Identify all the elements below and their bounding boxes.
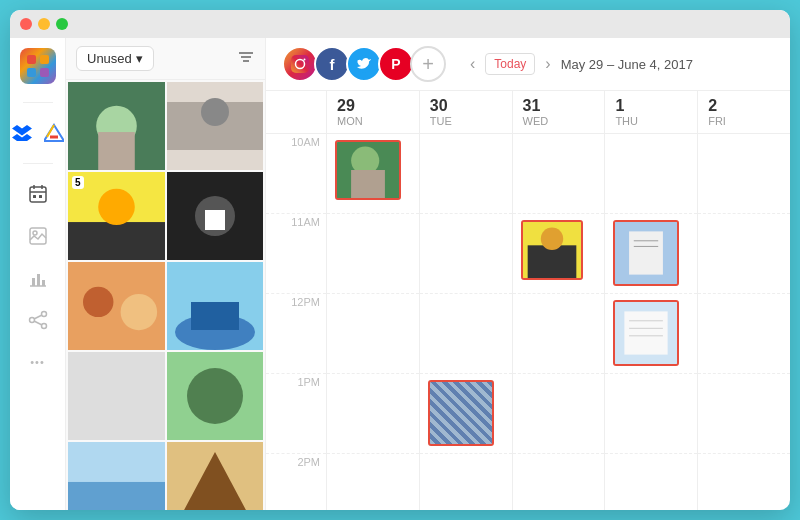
day-cell[interactable] (605, 294, 697, 374)
app-logo (20, 48, 56, 84)
unused-dropdown[interactable]: Unused ▾ (76, 46, 154, 71)
media-thumb[interactable]: 5 (68, 172, 165, 260)
app-window: ••• Unused ▾ (10, 10, 790, 510)
day-cell[interactable] (513, 134, 605, 214)
day-cell[interactable] (327, 294, 419, 374)
day-cell[interactable] (327, 134, 419, 214)
day-cell[interactable] (605, 454, 697, 510)
minimize-button[interactable] (38, 18, 50, 30)
media-thumb[interactable] (68, 442, 165, 510)
calendar-header: f P + ‹ Today › May 29 – June 4, 2017 (266, 38, 790, 91)
calendar-event[interactable] (613, 220, 679, 286)
calendar-nav-icon[interactable] (26, 182, 50, 206)
svg-line-25 (34, 321, 42, 325)
dropdown-arrow-icon: ▾ (136, 51, 143, 66)
time-10am: 10AM (266, 134, 326, 214)
media-thumb[interactable] (167, 262, 264, 350)
media-thumb[interactable] (167, 352, 264, 440)
dropdown-label: Unused (87, 51, 132, 66)
day-cell[interactable] (420, 214, 512, 294)
svg-point-23 (41, 324, 46, 329)
svg-rect-2 (27, 68, 36, 77)
media-thumb[interactable] (167, 82, 264, 170)
time-header (266, 91, 326, 133)
day-cell[interactable] (513, 374, 605, 454)
media-toolbar: Unused ▾ (66, 38, 265, 80)
day-cell[interactable] (698, 214, 790, 294)
time-1pm: 1PM (266, 374, 326, 454)
svg-rect-9 (30, 187, 46, 202)
day-cell[interactable] (698, 374, 790, 454)
svg-point-21 (29, 318, 34, 323)
date-range: May 29 – June 4, 2017 (561, 57, 693, 72)
media-thumb[interactable] (68, 352, 165, 440)
calendar-body: 10AM 11AM 12PM 1PM 2PM 3PM (266, 134, 790, 510)
dropbox-icon[interactable] (10, 121, 34, 145)
today-button[interactable]: Today (485, 53, 535, 75)
svg-marker-6 (44, 125, 64, 141)
svg-rect-20 (42, 280, 45, 286)
time-slots: 10AM 11AM 12PM 1PM 2PM 3PM (266, 134, 326, 510)
day-cell[interactable] (605, 374, 697, 454)
day-cell[interactable] (698, 134, 790, 214)
pinterest-avatar[interactable]: P (378, 46, 414, 82)
close-button[interactable] (20, 18, 32, 30)
calendar-event[interactable] (521, 220, 583, 280)
day-cell[interactable] (327, 454, 419, 510)
svg-rect-14 (39, 195, 42, 198)
day-header-fri: 2 FRI (697, 91, 790, 133)
svg-rect-19 (37, 274, 40, 286)
calendar-event[interactable] (613, 300, 679, 366)
day-header-mon: 29 MON (326, 91, 419, 133)
day-cell[interactable] (420, 454, 512, 510)
twitter-avatar[interactable] (346, 46, 382, 82)
image-nav-icon[interactable] (26, 224, 50, 248)
next-week-button[interactable]: › (541, 53, 554, 75)
svg-point-31 (304, 59, 306, 61)
day-column-fri (697, 134, 790, 510)
day-header-tue: 30 TUE (419, 91, 512, 133)
day-cell[interactable] (513, 454, 605, 510)
add-account-button[interactable]: + (410, 46, 446, 82)
drive-icon[interactable] (42, 121, 66, 145)
facebook-avatar[interactable]: f (314, 46, 350, 82)
svg-rect-1 (40, 55, 49, 64)
media-grid: 5 (66, 80, 265, 510)
maximize-button[interactable] (56, 18, 68, 30)
main-content: ••• Unused ▾ (10, 38, 790, 510)
connect-nav-icon[interactable] (26, 308, 50, 332)
media-sidebar: Unused ▾ (66, 38, 266, 510)
day-cell[interactable] (698, 454, 790, 510)
day-cell[interactable] (513, 294, 605, 374)
day-cell[interactable] (605, 134, 697, 214)
svg-line-8 (47, 125, 54, 137)
svg-rect-18 (32, 278, 35, 286)
filter-button[interactable] (237, 48, 255, 70)
day-header-wed: 31 WED (512, 91, 605, 133)
chart-nav-icon[interactable] (26, 266, 50, 290)
day-cell[interactable] (513, 214, 605, 294)
day-cell[interactable] (327, 374, 419, 454)
instagram-avatar[interactable] (282, 46, 318, 82)
day-cell[interactable] (327, 214, 419, 294)
calendar-event[interactable] (335, 140, 401, 200)
day-cell[interactable] (420, 374, 512, 454)
day-cell[interactable] (420, 294, 512, 374)
day-cell[interactable] (698, 294, 790, 374)
calendar-event[interactable] (428, 380, 494, 446)
time-11am: 11AM (266, 214, 326, 294)
prev-week-button[interactable]: ‹ (466, 53, 479, 75)
day-header-thu: 1 THU (604, 91, 697, 133)
day-column-mon (326, 134, 419, 510)
nav-controls: ‹ Today › May 29 – June 4, 2017 (466, 53, 693, 75)
calendar-columns-header: 29 MON 30 TUE 31 WED 1 THU (266, 91, 790, 134)
day-cell[interactable] (420, 134, 512, 214)
media-thumb[interactable] (167, 442, 264, 510)
media-thumb[interactable] (167, 172, 264, 260)
media-thumb[interactable] (68, 262, 165, 350)
day-cell[interactable] (605, 214, 697, 294)
more-nav-icon[interactable]: ••• (26, 350, 50, 374)
svg-marker-4 (12, 125, 32, 136)
media-thumb[interactable] (68, 82, 165, 170)
svg-line-24 (34, 315, 42, 319)
